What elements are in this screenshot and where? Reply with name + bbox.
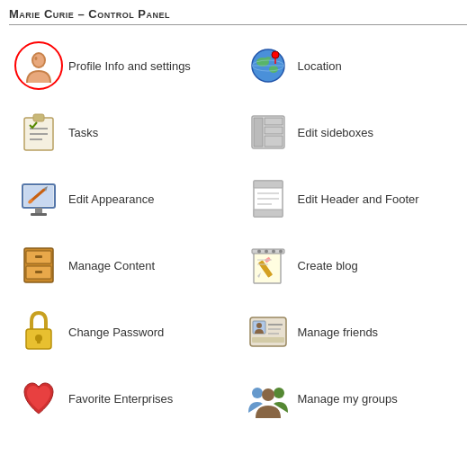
location-icon-wrap — [244, 41, 292, 90]
create-blog-label: Create blog — [298, 259, 358, 272]
grid-item-create-blog[interactable]: Create blog — [238, 234, 468, 297]
grid-item-favorite-enterprises[interactable]: Favorite Enterprises — [9, 367, 238, 430]
control-panel: Marie Curie – Control Panel Profile Info… — [0, 0, 476, 437]
tasks-icon — [21, 112, 57, 152]
svg-rect-20 — [265, 136, 283, 147]
manage-content-label: Manage Content — [68, 259, 155, 272]
manage-friends-icon-wrap — [244, 308, 292, 356]
location-icon — [248, 46, 288, 85]
svg-rect-38 — [35, 271, 42, 273]
svg-point-61 — [274, 388, 284, 398]
edit-sideboxes-label: Edit sideboxes — [298, 126, 374, 139]
grid-item-profile-info[interactable]: Profile Info and settings — [9, 34, 238, 97]
svg-rect-12 — [33, 114, 44, 121]
svg-rect-52 — [37, 338, 40, 344]
manage-groups-label: Manage my groups — [298, 392, 398, 406]
grid-item-edit-sideboxes[interactable]: Edit sideboxes — [238, 101, 468, 164]
svg-rect-19 — [265, 127, 283, 134]
change-password-icon-wrap — [14, 308, 63, 356]
panel-title: Marie Curie – Control Panel — [9, 7, 467, 25]
svg-point-2 — [35, 57, 38, 60]
svg-rect-18 — [265, 118, 283, 125]
create-blog-icon-wrap — [244, 241, 292, 290]
svg-point-1 — [33, 54, 44, 67]
svg-point-6 — [265, 57, 271, 60]
manage-content-icon — [21, 245, 57, 286]
edit-header-footer-icon-wrap — [244, 174, 292, 223]
manage-groups-icon — [247, 379, 290, 418]
edit-header-footer-icon — [250, 179, 286, 219]
edit-header-footer-label: Edit Header and Footer — [298, 192, 419, 206]
favorite-enterprises-icon — [21, 378, 57, 419]
favorite-enterprises-icon-wrap — [14, 374, 63, 423]
profile-icon — [22, 49, 56, 83]
svg-rect-23 — [35, 208, 42, 213]
profile-highlight-circle — [14, 41, 63, 90]
svg-rect-59 — [252, 337, 284, 343]
profile-info-label: Profile Info and settings — [68, 59, 191, 73]
grid-item-edit-appearance[interactable]: Edit Appearance — [9, 167, 238, 230]
grid-item-tasks[interactable]: Tasks — [9, 101, 238, 164]
location-label: Location — [298, 59, 342, 73]
svg-rect-36 — [35, 255, 42, 258]
grid-item-location[interactable]: Location — [238, 34, 468, 97]
svg-point-41 — [257, 250, 261, 254]
edit-appearance-label: Edit Appearance — [68, 192, 154, 206]
svg-point-42 — [265, 250, 268, 254]
manage-friends-label: Manage friends — [298, 326, 379, 339]
edit-sideboxes-icon-wrap — [244, 108, 292, 156]
svg-point-55 — [256, 323, 262, 328]
svg-point-60 — [252, 388, 263, 398]
edit-sideboxes-icon — [250, 112, 286, 152]
svg-point-9 — [272, 51, 279, 58]
items-grid: Profile Info and settings — [9, 34, 467, 430]
profile-info-icon-wrap — [14, 41, 63, 90]
svg-point-5 — [269, 66, 278, 73]
favorite-enterprises-label: Favorite Enterprises — [68, 392, 173, 406]
grid-item-manage-groups[interactable]: Manage my groups — [238, 367, 468, 430]
svg-rect-29 — [254, 181, 283, 188]
svg-rect-17 — [254, 118, 263, 147]
create-blog-icon — [248, 245, 288, 285]
grid-item-manage-content[interactable]: Manage Content — [9, 234, 238, 297]
svg-point-43 — [272, 250, 275, 254]
change-password-icon — [22, 311, 55, 352]
change-password-label: Change Password — [68, 326, 164, 339]
svg-rect-24 — [31, 213, 47, 216]
grid-item-edit-header-footer[interactable]: Edit Header and Footer — [238, 167, 468, 230]
grid-item-manage-friends[interactable]: Manage friends — [238, 300, 468, 363]
svg-rect-30 — [254, 210, 283, 217]
edit-appearance-icon-wrap — [14, 174, 63, 223]
tasks-icon-wrap — [14, 108, 63, 156]
manage-groups-icon-wrap — [244, 374, 292, 423]
manage-friends-icon — [248, 312, 288, 352]
grid-item-change-password[interactable]: Change Password — [9, 300, 238, 363]
edit-appearance-icon — [19, 179, 58, 219]
svg-point-62 — [262, 388, 274, 401]
svg-point-44 — [279, 250, 283, 254]
tasks-label: Tasks — [68, 126, 98, 139]
manage-content-icon-wrap — [14, 241, 63, 290]
